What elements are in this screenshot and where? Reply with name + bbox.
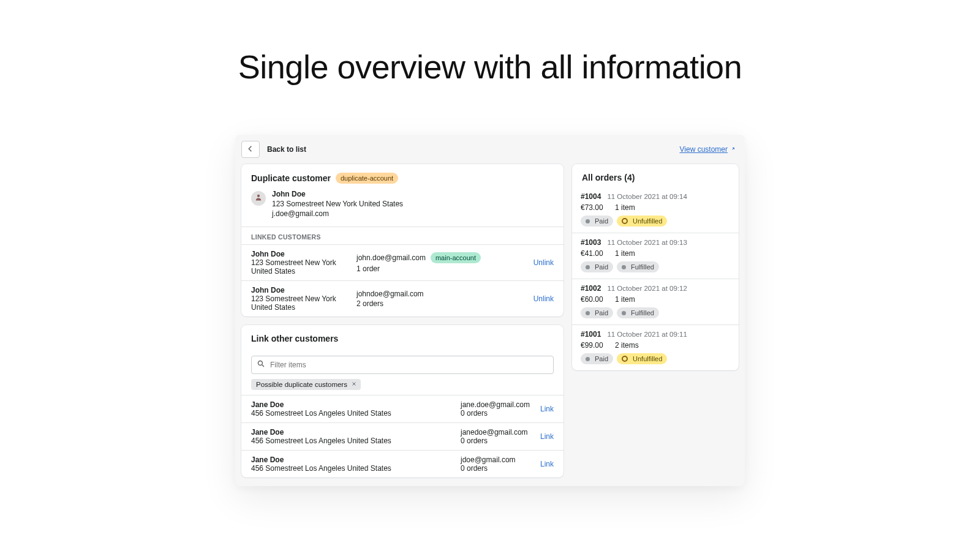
back-label: Back to list	[267, 145, 306, 154]
candidate-row: Jane Doe 456 Somestreet Los Angeles Unit…	[241, 450, 564, 478]
order-items: 1 item	[615, 203, 635, 212]
linked-name: John Doe	[251, 286, 349, 294]
fulfillment-badge: Fulfilled	[617, 307, 659, 318]
customer-block: John Doe 123 Somestreet New York United …	[241, 190, 564, 227]
linked-customer-row: John Doe 123 Somestreet New York United …	[241, 280, 564, 317]
linked-email-row: john.doe@gmail.com main-account	[356, 252, 526, 263]
order-item[interactable]: #1001 11 October 2021 at 09:11 €99.00 2 …	[572, 324, 739, 370]
payment-badge: Paid	[581, 261, 613, 272]
candidate-orders: 0 orders	[461, 409, 533, 418]
order-line2: €73.00 1 item	[581, 203, 730, 212]
app-window: Back to list View customer Duplicate cus…	[235, 135, 745, 486]
order-line2: €41.00 1 item	[581, 249, 730, 258]
order-date: 11 October 2021 at 09:12	[607, 285, 687, 292]
duplicate-card-title: Duplicate customer	[251, 173, 331, 183]
order-date: 11 October 2021 at 09:11	[607, 331, 687, 338]
link-other-customers-card: Link other customers Possible duplicate …	[241, 325, 564, 478]
fulfillment-badge: Unfulfilled	[617, 353, 667, 364]
person-icon	[254, 193, 263, 204]
topbar: Back to list View customer	[235, 135, 745, 164]
linked-email-row: johndoe@gmail.com	[356, 290, 526, 298]
customer-name: John Doe	[272, 190, 403, 198]
order-item[interactable]: #1004 11 October 2021 at 09:14 €73.00 1 …	[572, 187, 739, 233]
duplicate-customer-card: Duplicate customer duplicate-account Joh…	[241, 164, 564, 317]
order-date: 11 October 2021 at 09:13	[607, 239, 687, 246]
linked-customers-header: LINKED CUSTOMERS	[241, 227, 564, 244]
search-input-wrap[interactable]	[251, 356, 554, 374]
search-wrap: Possible duplicate customers	[241, 350, 564, 395]
close-icon[interactable]	[351, 381, 357, 388]
link-button[interactable]: Link	[540, 460, 554, 468]
unlink-button[interactable]: Unlink	[533, 258, 554, 267]
linked-address: 123 Somestreet New York United States	[251, 258, 349, 276]
order-line1: #1002 11 October 2021 at 09:12	[581, 284, 730, 293]
order-amount: €73.00	[581, 203, 608, 212]
svg-point-0	[257, 195, 260, 197]
main-column: Duplicate customer duplicate-account Joh…	[241, 164, 564, 478]
hero-title: Single overview with all information	[0, 48, 980, 86]
link-card-title: Link other customers	[251, 334, 338, 343]
orders-panel: All orders (4) #1004 11 October 2021 at …	[572, 164, 739, 370]
duplicate-account-badge: duplicate-account	[336, 173, 398, 184]
candidate-row: Jane Doe 456 Somestreet Los Angeles Unit…	[241, 422, 564, 450]
order-badges: Paid Unfulfilled	[581, 353, 730, 364]
view-customer-link[interactable]: View customer	[680, 145, 736, 154]
orders-list: #1004 11 October 2021 at 09:14 €73.00 1 …	[572, 187, 739, 370]
candidate-address: 456 Somestreet Los Angeles United States	[251, 437, 453, 445]
search-icon	[257, 359, 265, 370]
order-items: 1 item	[615, 249, 635, 258]
linked-left: John Doe 123 Somestreet New York United …	[251, 286, 349, 312]
candidate-mid: janedoe@gmail.com 0 orders	[461, 428, 533, 445]
linked-mid: johndoe@gmail.com 2 orders	[356, 290, 526, 308]
payment-badge: Paid	[581, 216, 613, 227]
linked-name: John Doe	[251, 250, 349, 258]
order-line1: #1003 11 October 2021 at 09:13	[581, 238, 730, 247]
duplicate-card-header: Duplicate customer duplicate-account	[241, 164, 564, 190]
back-button[interactable]	[241, 141, 260, 158]
filter-input[interactable]	[270, 361, 548, 369]
order-item[interactable]: #1002 11 October 2021 at 09:12 €60.00 1 …	[572, 279, 739, 324]
candidate-mid: jane.doe@gmail.com 0 orders	[461, 400, 533, 418]
linked-orders: 2 orders	[356, 299, 526, 308]
arrow-left-icon	[246, 144, 255, 155]
candidate-address: 456 Somestreet Los Angeles United States	[251, 464, 453, 473]
candidate-name: Jane Doe	[251, 428, 453, 437]
candidate-email: jane.doe@gmail.com	[461, 400, 533, 409]
order-number: #1004	[581, 192, 601, 201]
candidate-orders: 0 orders	[461, 464, 533, 473]
customer-email: j.doe@gmail.com	[272, 209, 403, 218]
candidate-left: Jane Doe 456 Somestreet Los Angeles Unit…	[251, 400, 453, 418]
order-amount: €41.00	[581, 249, 608, 258]
order-amount: €60.00	[581, 295, 608, 304]
linked-customer-row: John Doe 123 Somestreet New York United …	[241, 244, 564, 280]
candidate-email: jdoe@gmail.com	[461, 455, 533, 464]
orders-header: All orders (4)	[572, 164, 739, 187]
linked-orders: 1 order	[356, 264, 526, 273]
candidate-left: Jane Doe 456 Somestreet Los Angeles Unit…	[251, 455, 453, 473]
order-line2: €60.00 1 item	[581, 295, 730, 304]
order-amount: €99.00	[581, 341, 608, 350]
link-button[interactable]: Link	[540, 432, 554, 441]
linked-email: john.doe@gmail.com	[356, 253, 426, 262]
order-items: 1 item	[615, 295, 635, 304]
link-button[interactable]: Link	[540, 405, 554, 413]
candidate-list: Jane Doe 456 Somestreet Los Angeles Unit…	[241, 395, 564, 478]
customer-address: 123 Somestreet New York United States	[272, 200, 403, 208]
order-number: #1003	[581, 238, 601, 247]
order-badges: Paid Fulfilled	[581, 307, 730, 318]
candidate-left: Jane Doe 456 Somestreet Los Angeles Unit…	[251, 428, 453, 445]
order-number: #1002	[581, 284, 601, 293]
filter-tag[interactable]: Possible duplicate customers	[251, 379, 361, 390]
customer-lines: John Doe 123 Somestreet New York United …	[272, 190, 403, 218]
orders-column: All orders (4) #1004 11 October 2021 at …	[572, 164, 739, 370]
candidate-mid: jdoe@gmail.com 0 orders	[461, 455, 533, 473]
unlink-button[interactable]: Unlink	[533, 294, 554, 303]
order-line2: €99.00 2 items	[581, 341, 730, 350]
order-item[interactable]: #1003 11 October 2021 at 09:13 €41.00 1 …	[572, 233, 739, 279]
main-account-badge: main-account	[431, 252, 481, 263]
linked-mid: john.doe@gmail.com main-account 1 order	[356, 252, 526, 273]
linked-email: johndoe@gmail.com	[356, 290, 424, 298]
order-date: 11 October 2021 at 09:14	[607, 193, 687, 200]
content: Duplicate customer duplicate-account Joh…	[235, 164, 745, 486]
linked-address: 123 Somestreet New York United States	[251, 294, 349, 312]
